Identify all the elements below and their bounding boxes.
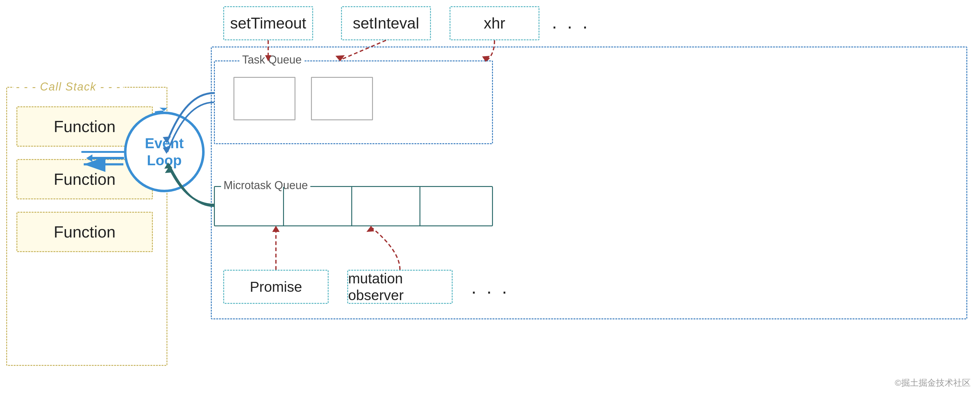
api-dots: · · · (552, 16, 590, 37)
micro-promise-label: Promise (250, 279, 302, 295)
api-settimeout-box: setTimeout (223, 6, 313, 40)
api-setinterval-box: setInteval (341, 6, 431, 40)
api-setinterval-label: setInteval (353, 14, 419, 32)
microtask-divider-3 (420, 187, 420, 225)
microtask-queue-container: Microtask Queue (214, 186, 493, 226)
microtask-divider-1 (283, 187, 284, 225)
svg-line-2 (341, 40, 386, 59)
event-loop-text: Event Loop (145, 135, 183, 169)
diagram: setTimeout setInteval xhr · · · Task Que… (0, 0, 980, 395)
microtask-divider-2 (351, 187, 352, 225)
task-queue-container: Task Queue (214, 61, 493, 144)
micro-mutation-label: mutation observer (348, 270, 452, 304)
api-xhr-box: xhr (450, 6, 539, 40)
micro-dots: · · · (471, 280, 509, 302)
micro-promise-box: Promise (223, 270, 329, 304)
function-box-3: Function (16, 212, 153, 252)
task-queue-label: Task Queue (240, 53, 304, 66)
svg-marker-8 (272, 226, 280, 232)
watermark: ©掘土掘金技术社区 (895, 377, 971, 389)
svg-marker-9 (366, 226, 374, 232)
api-settimeout-label: setTimeout (230, 14, 306, 32)
microtask-queue-label: Microtask Queue (221, 179, 310, 192)
event-loop-circle: Event Loop (124, 111, 205, 192)
micro-mutation-box: mutation observer (347, 270, 453, 304)
call-stack-label: - - - Call Stack - - - (13, 80, 123, 93)
task-box-2 (311, 77, 373, 120)
task-box-1 (234, 77, 296, 120)
api-xhr-label: xhr (484, 14, 505, 32)
